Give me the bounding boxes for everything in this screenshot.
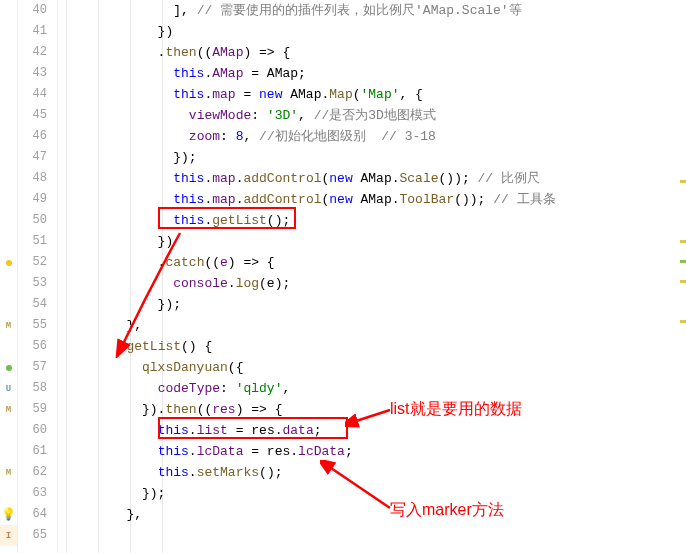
code-line[interactable]: viewMode: '3D', //是否为3D地图模式 bbox=[64, 105, 686, 126]
code-line[interactable]: getList() { bbox=[64, 336, 686, 357]
code-line[interactable]: ], // 需要使用的的插件列表，如比例尺'AMap.Scale'等 bbox=[64, 0, 686, 21]
marker-cell bbox=[0, 126, 17, 147]
code-line[interactable]: }, bbox=[64, 504, 686, 525]
code-line[interactable]: this.getList(); bbox=[64, 210, 686, 231]
marker-cell bbox=[0, 189, 17, 210]
change-markers-gutter: MUMM💡I bbox=[0, 0, 18, 553]
line-number[interactable]: 41 bbox=[18, 21, 47, 42]
marker-cell bbox=[0, 483, 17, 504]
line-number[interactable]: 54 bbox=[18, 294, 47, 315]
marker-cell bbox=[0, 420, 17, 441]
code-line[interactable]: this.setMarks(); bbox=[64, 462, 686, 483]
code-line[interactable]: this.AMap = AMap; bbox=[64, 63, 686, 84]
code-line[interactable]: codeType: 'qldy', bbox=[64, 378, 686, 399]
marker-cell bbox=[0, 357, 17, 378]
marker-cell bbox=[0, 168, 17, 189]
marker-cell bbox=[0, 147, 17, 168]
line-number[interactable]: 61 bbox=[18, 441, 47, 462]
code-line[interactable]: }); bbox=[64, 483, 686, 504]
marker-cell: M bbox=[0, 315, 17, 336]
marker-cell bbox=[0, 21, 17, 42]
code-line[interactable]: }); bbox=[64, 147, 686, 168]
code-line[interactable]: this.lcData = res.lcData; bbox=[64, 441, 686, 462]
line-number[interactable]: 52 bbox=[18, 252, 47, 273]
line-number[interactable]: 45 bbox=[18, 105, 47, 126]
line-number[interactable]: 58 bbox=[18, 378, 47, 399]
line-number[interactable]: 64 bbox=[18, 504, 47, 525]
marker-cell bbox=[0, 105, 17, 126]
code-line[interactable]: }).then((res) => { bbox=[64, 399, 686, 420]
line-number[interactable]: 51 bbox=[18, 231, 47, 252]
marker-cell bbox=[0, 441, 17, 462]
code-line[interactable]: }) bbox=[64, 21, 686, 42]
line-number[interactable]: 47 bbox=[18, 147, 47, 168]
line-number[interactable]: 57 bbox=[18, 357, 47, 378]
line-number[interactable]: 63 bbox=[18, 483, 47, 504]
line-number-gutter: 4041424344454647484950515253545556575859… bbox=[18, 0, 58, 553]
lightbulb-icon[interactable]: 💡 bbox=[1, 507, 16, 522]
marker-cell bbox=[0, 273, 17, 294]
marker-cell bbox=[0, 294, 17, 315]
line-number[interactable]: 49 bbox=[18, 189, 47, 210]
code-line[interactable]: .then((AMap) => { bbox=[64, 42, 686, 63]
code-line[interactable]: this.map.addControl(new AMap.Scale()); /… bbox=[64, 168, 686, 189]
marker-cell: I bbox=[0, 525, 17, 546]
line-number[interactable]: 42 bbox=[18, 42, 47, 63]
marker-cell: 💡 bbox=[0, 504, 17, 525]
marker-cell: U bbox=[0, 378, 17, 399]
line-number[interactable]: 43 bbox=[18, 63, 47, 84]
code-line[interactable]: .catch((e) => { bbox=[64, 252, 686, 273]
line-number[interactable]: 50 bbox=[18, 210, 47, 231]
code-content[interactable]: ], // 需要使用的的插件列表，如比例尺'AMap.Scale'等 }) .t… bbox=[58, 0, 686, 553]
marker-cell bbox=[0, 252, 17, 273]
marker-cell bbox=[0, 0, 17, 21]
marker-cell bbox=[0, 42, 17, 63]
marker-cell bbox=[0, 231, 17, 252]
code-line[interactable]: this.map.addControl(new AMap.ToolBar());… bbox=[64, 189, 686, 210]
ok-dot-icon bbox=[6, 365, 12, 371]
code-line[interactable]: qlxsDanyuan({ bbox=[64, 357, 686, 378]
marker-cell bbox=[0, 210, 17, 231]
marker-cell bbox=[0, 84, 17, 105]
code-editor[interactable]: MUMM💡I 404142434445464748495051525354555… bbox=[0, 0, 686, 553]
line-number[interactable]: 44 bbox=[18, 84, 47, 105]
marker-cell: M bbox=[0, 462, 17, 483]
line-number[interactable]: 48 bbox=[18, 168, 47, 189]
overview-ruler bbox=[680, 0, 686, 553]
line-number[interactable]: 40 bbox=[18, 0, 47, 21]
line-number[interactable]: 46 bbox=[18, 126, 47, 147]
code-line[interactable]: zoom: 8, //初始化地图级别 // 3-18 bbox=[64, 126, 686, 147]
code-line[interactable] bbox=[64, 525, 686, 546]
code-line[interactable]: console.log(e); bbox=[64, 273, 686, 294]
code-line[interactable]: }) bbox=[64, 231, 686, 252]
line-number[interactable]: 65 bbox=[18, 525, 47, 546]
code-line[interactable]: }, bbox=[64, 315, 686, 336]
code-line[interactable]: this.map = new AMap.Map('Map', { bbox=[64, 84, 686, 105]
warning-dot-icon bbox=[6, 260, 12, 266]
line-number[interactable]: 56 bbox=[18, 336, 47, 357]
line-number[interactable]: 53 bbox=[18, 273, 47, 294]
line-number[interactable]: 62 bbox=[18, 462, 47, 483]
marker-cell bbox=[0, 336, 17, 357]
marker-cell: M bbox=[0, 399, 17, 420]
code-line[interactable]: this.list = res.data; bbox=[64, 420, 686, 441]
line-number[interactable]: 60 bbox=[18, 420, 47, 441]
code-line[interactable]: }); bbox=[64, 294, 686, 315]
line-number[interactable]: 59 bbox=[18, 399, 47, 420]
line-number[interactable]: 55 bbox=[18, 315, 47, 336]
marker-cell bbox=[0, 63, 17, 84]
